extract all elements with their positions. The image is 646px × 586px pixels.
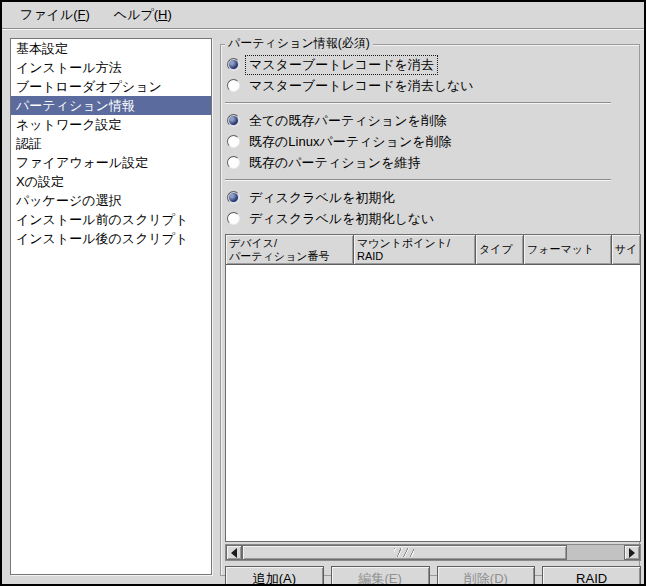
radio-init-disklabel-label: ディスクラベルを初期化	[246, 189, 397, 207]
delete-button-label: 削除(	[464, 571, 494, 586]
sidebar-item-firewall-settings[interactable]: ファイアウォール設定	[11, 153, 211, 172]
radio-no-init-disklabel-label: ディスクラベルを初期化しない	[246, 210, 437, 228]
kickstart-configurator-window: ファイル(F) ヘルプ(H) 基本設定 インストール方法 ブートローダオプション…	[0, 0, 646, 586]
separator	[225, 179, 611, 181]
menu-file-label-end: )	[86, 7, 90, 22]
radio-preserve-partitions[interactable]: 既存のパーティションを維持	[225, 153, 637, 172]
menu-file-label: ファイル(	[20, 7, 78, 22]
raid-button-label: RAID	[576, 571, 607, 586]
radio-remove-linux-partitions-label: 既存のLinuxパーティションを削除	[246, 133, 455, 151]
delete-button[interactable]: 削除(D)	[437, 566, 536, 586]
scrollbar-track[interactable]	[242, 545, 624, 560]
menu-help[interactable]: ヘルプ(H)	[102, 3, 184, 27]
sidebar-item-network-settings[interactable]: ネットワーク設定	[11, 115, 211, 134]
delete-button-mnemonic: D	[494, 571, 503, 586]
sidebar-item-x-settings[interactable]: Xの設定	[11, 172, 211, 191]
column-header-device-line1: デバイス/	[229, 237, 350, 250]
arrow-right-icon	[629, 548, 635, 558]
raid-button[interactable]: RAID	[542, 566, 641, 586]
radio-selected-icon	[227, 191, 240, 204]
menubar: ファイル(F) ヘルプ(H)	[2, 2, 644, 29]
menu-file-mnemonic: F	[78, 7, 86, 22]
grip-icon	[394, 548, 414, 557]
column-header-mountpoint-line1: マウントポイント/	[357, 237, 472, 250]
edit-button-label: 編集(	[358, 571, 388, 586]
scroll-left-button[interactable]	[226, 545, 242, 560]
delete-button-label-end: )	[504, 571, 508, 586]
column-header-mountpoint-line2: RAID	[357, 250, 472, 263]
column-header-size[interactable]: サイ	[612, 235, 640, 265]
radio-init-disklabel[interactable]: ディスクラベルを初期化	[225, 188, 637, 207]
frame-body: マスターブートレコードを消去 マスターブートレコードを消去しない 全ての既存パー…	[221, 45, 639, 575]
radio-unselected-icon	[227, 79, 240, 92]
menu-help-label-end: )	[168, 7, 172, 22]
radio-clear-mbr-label: マスターブートレコードを消去	[246, 56, 437, 74]
column-header-format-label: フォーマット	[527, 243, 608, 256]
radio-preserve-partitions-label: 既存のパーティションを維持	[246, 154, 423, 172]
sidebar-item-bootloader-options[interactable]: ブートローダオプション	[11, 77, 211, 96]
horizontal-scrollbar	[225, 544, 641, 561]
category-list: 基本設定 インストール方法 ブートローダオプション パーティション情報 ネットワ…	[10, 38, 212, 575]
separator	[225, 102, 611, 104]
sidebar-item-post-install-script[interactable]: インストール後のスクリプト	[11, 229, 211, 248]
column-header-device-line2: パーティション番号	[229, 250, 350, 263]
radio-selected-icon	[227, 114, 240, 127]
sidebar-item-partition-info[interactable]: パーティション情報	[11, 96, 211, 115]
column-header-size-label: サイ	[615, 243, 637, 256]
radio-remove-all-partitions[interactable]: 全ての既存パーティションを削除	[225, 111, 637, 130]
radio-keep-mbr[interactable]: マスターブートレコードを消去しない	[225, 76, 637, 95]
radio-unselected-icon	[227, 135, 240, 148]
radio-clear-mbr[interactable]: マスターブートレコードを消去	[225, 55, 637, 74]
column-header-mountpoint[interactable]: マウントポイント/ RAID	[354, 235, 476, 265]
action-button-row: 追加(A) 編集(E) 削除(D) RAID	[225, 566, 641, 586]
column-header-type[interactable]: タイプ	[476, 235, 524, 265]
radio-unselected-icon	[227, 156, 240, 169]
sidebar-item-pre-install-script[interactable]: インストール前のスクリプト	[11, 210, 211, 229]
sidebar-item-install-method[interactable]: インストール方法	[11, 58, 211, 77]
partition-info-frame: パーティション情報(必須) マスターブートレコードを消去 マスターブートレコード…	[220, 44, 640, 576]
radio-no-init-disklabel[interactable]: ディスクラベルを初期化しない	[225, 209, 637, 228]
partition-table-header: デバイス/ パーティション番号 マウントポイント/ RAID タイプ フォーマッ…	[226, 235, 640, 265]
add-button-label: 追加(	[253, 571, 283, 586]
add-button-label-end: )	[292, 571, 296, 586]
radio-remove-linux-partitions[interactable]: 既存のLinuxパーティションを削除	[225, 132, 637, 151]
sidebar-item-package-selection[interactable]: パッケージの選択	[11, 191, 211, 210]
column-header-device[interactable]: デバイス/ パーティション番号	[226, 235, 354, 265]
sidebar-item-authentication[interactable]: 認証	[11, 134, 211, 153]
arrow-left-icon	[231, 548, 237, 558]
menu-help-mnemonic: H	[158, 7, 167, 22]
radio-keep-mbr-label: マスターブートレコードを消去しない	[246, 77, 477, 95]
menu-file[interactable]: ファイル(F)	[8, 3, 102, 27]
radio-unselected-icon	[227, 212, 240, 225]
edit-button-label-end: )	[397, 571, 401, 586]
add-button-mnemonic: A	[283, 571, 292, 586]
column-header-format[interactable]: フォーマット	[524, 235, 612, 265]
add-button[interactable]: 追加(A)	[225, 566, 324, 586]
partition-table: デバイス/ パーティション番号 マウントポイント/ RAID タイプ フォーマッ…	[225, 234, 641, 542]
partition-table-body	[226, 265, 640, 541]
radio-selected-icon	[227, 58, 240, 71]
menu-help-label: ヘルプ(	[114, 7, 158, 22]
column-header-type-label: タイプ	[479, 243, 520, 256]
radio-remove-all-partitions-label: 全ての既存パーティションを削除	[246, 112, 450, 130]
edit-button[interactable]: 編集(E)	[331, 566, 430, 586]
sidebar-item-basic-settings[interactable]: 基本設定	[11, 39, 211, 58]
scrollbar-thumb[interactable]	[242, 545, 567, 560]
scroll-right-button[interactable]	[624, 545, 640, 560]
